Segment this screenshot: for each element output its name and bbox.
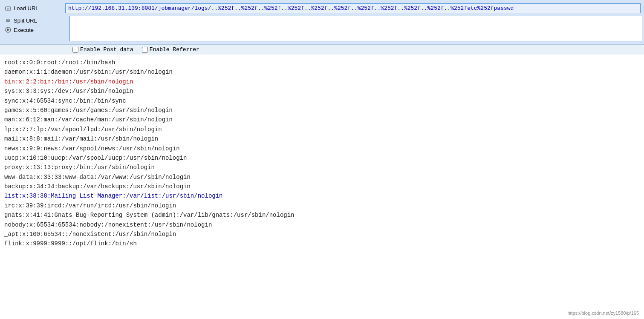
load-url-row: Load URL (0, 2, 644, 15)
content-line: proxy:x:13:13:proxy:/bin:/usr/sbin/nolog… (4, 163, 640, 172)
split-url-label: Split URL (14, 17, 37, 24)
content-line: sys:x:3:3:sys:/dev:/usr/sbin/nologin (4, 86, 640, 96)
content-line: mail:x:8:8:mail:/var/mail:/usr/sbin/nolo… (4, 134, 640, 144)
content-line: irc:x:39:39:ircd:/var/run/ircd:/usr/sbin… (4, 201, 640, 210)
content-line: bin:x:2:2:bin:/bin:/usr/sbin/nologin (4, 77, 640, 86)
execute-button[interactable]: Execute (2, 25, 68, 34)
content-line: uucp:x:10:10:uucp:/var/spool/uucp:/usr/s… (4, 153, 640, 163)
load-url-button[interactable]: Load URL (2, 4, 64, 13)
split-url-button[interactable]: Split URL (2, 16, 68, 25)
enable-referrer-checkbox[interactable] (142, 47, 148, 53)
execute-label: Execute (14, 27, 34, 33)
enable-post-label[interactable]: Enable Post data (72, 46, 133, 53)
content-line: www-data:x:33:33:www-data:/var/www:/usr/… (4, 172, 640, 182)
options-row: Enable Post data Enable Referrer (0, 44, 644, 55)
content-line: lp:x:7:7:lp:/var/spool/lpd:/usr/sbin/nol… (4, 125, 640, 134)
enable-post-checkbox[interactable] (72, 47, 78, 53)
execute-icon (4, 26, 12, 34)
content-line: man:x:6:12:man:/var/cache/man:/usr/sbin/… (4, 115, 640, 124)
load-url-label: Load URL (14, 5, 39, 11)
content-line: daemon:x:1:1:daemon:/usr/sbin:/usr/sbin/… (4, 67, 640, 77)
content-line: gnats:x:41:41:Gnats Bug-Reporting System… (4, 210, 640, 220)
load-url-icon (4, 5, 12, 12)
url-input-wrapper (64, 3, 642, 14)
content-area: root:x:0:0:root:/root:/bin/bashdaemon:x:… (0, 55, 644, 252)
svg-marker-7 (7, 29, 10, 31)
url-input[interactable] (65, 3, 641, 13)
toolbar: Load URL Split URL (0, 0, 644, 44)
url-textarea[interactable] (69, 16, 642, 41)
content-line: root:x:0:0:root:/root:/bin/bash (4, 58, 640, 67)
svg-rect-0 (6, 7, 11, 10)
content-line: games:x:5:60:games:/usr/games:/usr/sbin/… (4, 106, 640, 115)
split-url-row: Split URL Execute (0, 15, 644, 42)
content-line: _apt:x:100:65534::/nonexistent:/usr/sbin… (4, 230, 640, 239)
enable-referrer-label[interactable]: Enable Referrer (142, 46, 199, 53)
content-line: list:x:38:38:Mailing List Manager:/var/l… (4, 191, 640, 201)
watermark: https://blog.csdn.net/zy1580/p/165 (567, 310, 639, 316)
content-line: sync:x:4:65534:sync:/bin:/bin/sync (4, 96, 640, 106)
split-url-icon (4, 17, 12, 24)
left-panel: Split URL Execute (2, 16, 68, 34)
content-line: backup:x:34:34:backup:/var/backups:/usr/… (4, 182, 640, 191)
content-line: flink:x:9999:9999::/opt/flink:/bin/sh (4, 239, 640, 248)
content-line: nobody:x:65534:65534:nobody:/nonexistent… (4, 220, 640, 230)
content-line: news:x:9:9:news:/var/spool/news:/usr/sbi… (4, 144, 640, 153)
